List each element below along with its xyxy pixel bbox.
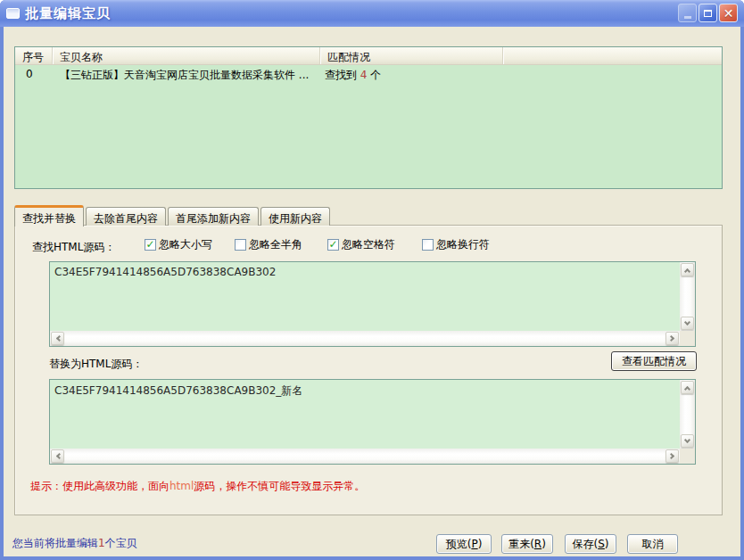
checkbox-label: 忽略换行符 — [436, 237, 490, 252]
minimize-button[interactable] — [678, 4, 697, 22]
preview-button[interactable]: 预览(P) — [436, 534, 492, 554]
close-icon: ✕ — [723, 7, 734, 20]
replace-source-textarea[interactable]: C34E5F7941414856A5D763838CA9B302_新名 — [49, 379, 696, 465]
horizontal-scrollbar[interactable] — [50, 331, 680, 346]
scroll-left-button[interactable] — [51, 332, 64, 345]
chevron-left-icon — [55, 453, 62, 459]
cell-item-name: 【三钻正版】天音淘宝网店宝贝批量数据采集软件 ... — [53, 65, 320, 83]
checkbox-ignore-case[interactable]: ✓ 忽略大小写 — [145, 238, 212, 251]
checkbox-box[interactable]: ✓ — [145, 239, 156, 251]
scrollbar-corner — [680, 331, 695, 346]
window-title: 批量编辑宝贝 — [25, 5, 111, 22]
scroll-up-button[interactable] — [681, 381, 694, 394]
chevron-left-icon — [55, 335, 62, 342]
checkbox-box[interactable]: ✓ — [235, 239, 246, 251]
table-row[interactable]: 0 【三钻正版】天音淘宝网店宝贝批量数据采集软件 ... 查找到 4 个 — [15, 65, 722, 83]
cell-index: 0 — [15, 65, 53, 83]
column-header-item-name[interactable]: 宝贝名称 — [53, 47, 320, 64]
checkbox-label: 忽略空格符 — [342, 237, 395, 252]
chevron-right-icon — [667, 335, 674, 342]
window-controls: ✕ — [678, 4, 738, 22]
window-icon — [6, 8, 20, 19]
vertical-scrollbar[interactable] — [680, 262, 695, 331]
cell-match-status: 查找到 4 个 — [320, 65, 503, 83]
checkbox-box[interactable]: ✓ — [327, 239, 339, 251]
tab-remove-head-tail[interactable]: 去除首尾内容 — [86, 207, 166, 226]
tab-bar: 查找并替换 去除首尾内容 首尾添加新内容 使用新内容 — [14, 206, 332, 226]
tab-find-and-replace[interactable]: 查找并替换 — [14, 205, 84, 226]
batch-edit-dialog: 批量编辑宝贝 ✕ 序号 宝贝名称 匹配情况 0 【三钻正版】天音淘宝网店宝贝批量… — [0, 0, 744, 560]
warning-hint: 提示：使用此高级功能，面向html源码，操作不慎可能导致显示异常。 — [30, 479, 365, 494]
replace-html-label: 替换为HTML源码： — [49, 357, 143, 372]
horizontal-scrollbar[interactable] — [50, 449, 680, 464]
cell-extra — [503, 65, 722, 83]
chevron-up-icon — [684, 268, 690, 274]
scroll-left-button[interactable] — [51, 449, 64, 463]
column-header-index[interactable]: 序号 — [15, 47, 53, 64]
column-header-extra[interactable] — [503, 47, 722, 64]
title-bar[interactable]: 批量编辑宝贝 ✕ — [0, 0, 744, 27]
check-icon: ✓ — [328, 239, 337, 250]
minimize-icon — [684, 16, 691, 19]
edit-count: 1 — [98, 537, 105, 549]
checkbox-label: 忽略大小写 — [159, 237, 212, 252]
vertical-scrollbar[interactable] — [680, 380, 695, 449]
cancel-button[interactable]: 取消 — [627, 534, 678, 554]
checkbox-box[interactable]: ✓ — [422, 239, 434, 251]
check-icon: ✓ — [145, 239, 154, 250]
save-button[interactable]: 保存(S) — [565, 534, 616, 554]
tab-add-head-tail[interactable]: 首尾添加新内容 — [168, 207, 259, 226]
find-source-textarea[interactable]: C34E5F7941414856A5D763838CA9B302 — [49, 261, 696, 347]
replace-source-value[interactable]: C34E5F7941414856A5D763838CA9B302_新名 — [54, 383, 675, 399]
scroll-up-button[interactable] — [681, 263, 694, 276]
checkbox-ignore-spaces[interactable]: ✓ 忽略空格符 — [327, 238, 395, 251]
items-table: 序号 宝贝名称 匹配情况 0 【三钻正版】天音淘宝网店宝贝批量数据采集软件 ..… — [14, 46, 723, 189]
table-header: 序号 宝贝名称 匹配情况 — [15, 47, 722, 65]
column-header-match-status[interactable]: 匹配情况 — [320, 47, 503, 64]
chevron-down-icon — [684, 318, 690, 325]
find-source-value[interactable]: C34E5F7941414856A5D763838CA9B302 — [54, 266, 675, 278]
tab-use-new-content[interactable]: 使用新内容 — [260, 207, 330, 226]
chevron-down-icon — [684, 436, 690, 442]
view-match-button[interactable]: 查看匹配情况 — [611, 351, 697, 371]
scroll-right-button[interactable] — [665, 332, 679, 345]
scroll-right-button[interactable] — [665, 449, 679, 463]
checkbox-ignore-fullwidth[interactable]: ✓ 忽略全半角 — [235, 238, 302, 251]
scroll-down-button[interactable] — [681, 317, 694, 330]
hint-html-word: html — [169, 480, 194, 492]
maximize-icon — [704, 10, 712, 17]
checkbox-ignore-linebreaks[interactable]: ✓ 忽略换行符 — [422, 238, 490, 251]
redo-button[interactable]: 重来(R) — [501, 534, 553, 554]
checkbox-label: 忽略全半角 — [249, 237, 302, 252]
close-button[interactable]: ✕ — [719, 4, 738, 22]
find-html-label: 查找HTML源码： — [32, 240, 115, 255]
maximize-button[interactable] — [699, 4, 717, 22]
scrollbar-corner — [680, 449, 695, 464]
scroll-down-button[interactable] — [681, 434, 694, 448]
chevron-up-icon — [684, 385, 690, 391]
footer-status-text: 您当前将批量编辑1个宝贝 — [12, 536, 137, 551]
chevron-right-icon — [667, 453, 674, 459]
